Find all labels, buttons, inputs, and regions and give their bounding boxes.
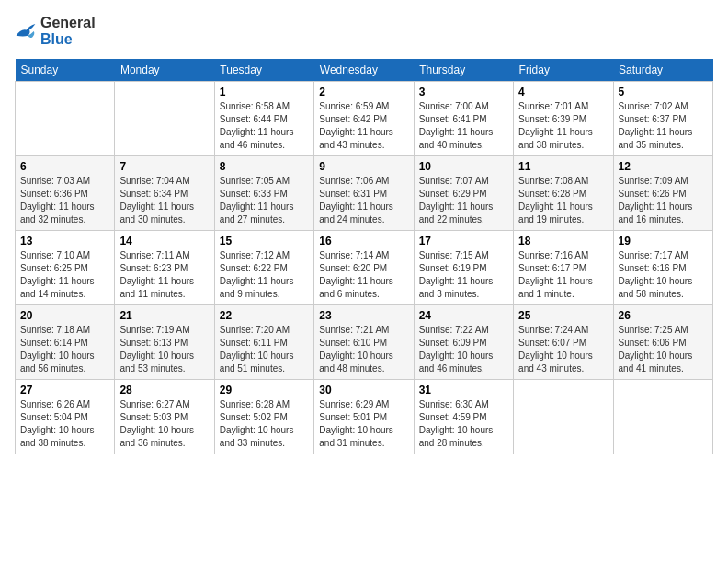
calendar-day-cell: 7Sunrise: 7:04 AMSunset: 6:34 PMDaylight… — [115, 156, 214, 231]
day-info: Sunrise: 7:24 AMSunset: 6:07 PMDaylight:… — [518, 324, 608, 375]
day-number: 2 — [319, 86, 408, 98]
calendar-day-cell: 16Sunrise: 7:14 AMSunset: 6:20 PMDayligh… — [314, 231, 414, 305]
calendar-day-cell: 27Sunrise: 6:26 AMSunset: 5:04 PMDayligh… — [16, 380, 115, 454]
day-number: 24 — [419, 309, 508, 322]
day-info: Sunrise: 7:21 AMSunset: 6:10 PMDaylight:… — [319, 324, 408, 375]
day-number: 14 — [119, 235, 209, 247]
day-info: Sunrise: 7:19 AMSunset: 6:13 PMDaylight:… — [119, 324, 209, 375]
calendar-body: 1Sunrise: 6:58 AMSunset: 6:44 PMDaylight… — [16, 82, 713, 454]
calendar-day-cell: 11Sunrise: 7:08 AMSunset: 6:28 PMDayligh… — [514, 156, 613, 231]
weekday-header-cell: Sunday — [16, 59, 115, 82]
day-number: 3 — [419, 86, 508, 98]
day-info: Sunrise: 7:18 AMSunset: 6:14 PMDaylight:… — [20, 324, 109, 375]
day-info: Sunrise: 7:20 AMSunset: 6:11 PMDaylight:… — [220, 324, 309, 375]
calendar-day-cell: 19Sunrise: 7:17 AMSunset: 6:16 PMDayligh… — [613, 231, 712, 305]
day-info: Sunrise: 7:11 AMSunset: 6:23 PMDaylight:… — [119, 249, 209, 301]
day-number: 5 — [619, 86, 708, 98]
day-info: Sunrise: 7:09 AMSunset: 6:26 PMDaylight:… — [619, 175, 708, 226]
day-info: Sunrise: 7:05 AMSunset: 6:33 PMDaylight:… — [220, 175, 309, 226]
calendar-day-cell: 10Sunrise: 7:07 AMSunset: 6:29 PMDayligh… — [414, 156, 513, 231]
calendar-day-cell: 6Sunrise: 7:03 AMSunset: 6:36 PMDaylight… — [16, 156, 115, 231]
logo-blue-text: Blue — [40, 31, 73, 47]
day-info: Sunrise: 7:01 AMSunset: 6:39 PMDaylight:… — [518, 100, 608, 152]
day-info: Sunrise: 7:15 AMSunset: 6:19 PMDaylight:… — [419, 249, 508, 301]
calendar-week-row: 20Sunrise: 7:18 AMSunset: 6:14 PMDayligh… — [16, 305, 713, 380]
calendar-day-cell: 4Sunrise: 7:01 AMSunset: 6:39 PMDaylight… — [514, 82, 613, 156]
calendar-week-row: 27Sunrise: 6:26 AMSunset: 5:04 PMDayligh… — [16, 380, 713, 454]
day-info: Sunrise: 7:22 AMSunset: 6:09 PMDaylight:… — [419, 324, 508, 375]
day-number: 18 — [518, 235, 608, 247]
weekday-header-cell: Tuesday — [214, 59, 313, 82]
day-info: Sunrise: 7:08 AMSunset: 6:28 PMDaylight:… — [518, 175, 608, 226]
calendar-day-cell: 31Sunrise: 6:30 AMSunset: 4:59 PMDayligh… — [414, 380, 513, 454]
calendar-day-cell: 26Sunrise: 7:25 AMSunset: 6:06 PMDayligh… — [613, 305, 712, 380]
calendar-day-cell — [514, 380, 613, 454]
calendar-week-row: 13Sunrise: 7:10 AMSunset: 6:25 PMDayligh… — [16, 231, 713, 305]
day-info: Sunrise: 7:12 AMSunset: 6:22 PMDaylight:… — [220, 249, 309, 301]
day-info: Sunrise: 7:10 AMSunset: 6:25 PMDaylight:… — [20, 249, 109, 301]
weekday-header-row: SundayMondayTuesdayWednesdayThursdayFrid… — [16, 59, 713, 82]
calendar-day-cell: 5Sunrise: 7:02 AMSunset: 6:37 PMDaylight… — [613, 82, 712, 156]
calendar-day-cell: 17Sunrise: 7:15 AMSunset: 6:19 PMDayligh… — [414, 231, 513, 305]
calendar-week-row: 6Sunrise: 7:03 AMSunset: 6:36 PMDaylight… — [16, 156, 713, 231]
calendar-table: SundayMondayTuesdayWednesdayThursdayFrid… — [15, 59, 713, 454]
calendar-day-cell: 23Sunrise: 7:21 AMSunset: 6:10 PMDayligh… — [314, 305, 414, 380]
day-info: Sunrise: 6:28 AMSunset: 5:02 PMDaylight:… — [220, 398, 309, 450]
calendar-day-cell — [613, 380, 712, 454]
weekday-header-cell: Thursday — [414, 59, 513, 82]
day-info: Sunrise: 7:16 AMSunset: 6:17 PMDaylight:… — [518, 249, 608, 301]
day-info: Sunrise: 7:06 AMSunset: 6:31 PMDaylight:… — [319, 175, 408, 226]
calendar-day-cell: 1Sunrise: 6:58 AMSunset: 6:44 PMDaylight… — [214, 82, 313, 156]
calendar-day-cell: 13Sunrise: 7:10 AMSunset: 6:25 PMDayligh… — [16, 231, 115, 305]
weekday-header-cell: Friday — [514, 59, 613, 82]
calendar-day-cell: 12Sunrise: 7:09 AMSunset: 6:26 PMDayligh… — [613, 156, 712, 231]
calendar-day-cell: 2Sunrise: 6:59 AMSunset: 6:42 PMDaylight… — [314, 82, 414, 156]
day-number: 1 — [220, 86, 309, 98]
logo: General Blue — [15, 15, 96, 48]
day-number: 9 — [319, 160, 408, 173]
day-number: 26 — [619, 309, 708, 322]
calendar-day-cell: 30Sunrise: 6:29 AMSunset: 5:01 PMDayligh… — [314, 380, 414, 454]
calendar-day-cell: 15Sunrise: 7:12 AMSunset: 6:22 PMDayligh… — [214, 231, 313, 305]
day-number: 7 — [119, 160, 209, 173]
calendar-day-cell: 24Sunrise: 7:22 AMSunset: 6:09 PMDayligh… — [414, 305, 513, 380]
weekday-header-cell: Saturday — [613, 59, 712, 82]
day-number: 13 — [20, 235, 109, 247]
calendar-day-cell: 18Sunrise: 7:16 AMSunset: 6:17 PMDayligh… — [514, 231, 613, 305]
day-info: Sunrise: 7:25 AMSunset: 6:06 PMDaylight:… — [619, 324, 708, 375]
weekday-header-cell: Monday — [115, 59, 214, 82]
day-number: 28 — [119, 384, 209, 396]
day-number: 12 — [619, 160, 708, 173]
day-info: Sunrise: 6:27 AMSunset: 5:03 PMDaylight:… — [119, 398, 209, 450]
calendar-day-cell — [16, 82, 115, 156]
calendar-day-cell: 3Sunrise: 7:00 AMSunset: 6:41 PMDaylight… — [414, 82, 513, 156]
day-info: Sunrise: 7:02 AMSunset: 6:37 PMDaylight:… — [619, 100, 708, 152]
day-number: 8 — [220, 160, 309, 173]
day-info: Sunrise: 7:14 AMSunset: 6:20 PMDaylight:… — [319, 249, 408, 301]
day-info: Sunrise: 7:07 AMSunset: 6:29 PMDaylight:… — [419, 175, 508, 226]
calendar-day-cell: 9Sunrise: 7:06 AMSunset: 6:31 PMDaylight… — [314, 156, 414, 231]
logo-bird-icon — [15, 22, 37, 40]
day-info: Sunrise: 7:17 AMSunset: 6:16 PMDaylight:… — [619, 249, 708, 301]
page-header: General Blue — [15, 15, 713, 48]
day-number: 22 — [220, 309, 309, 322]
day-number: 25 — [518, 309, 608, 322]
day-number: 29 — [220, 384, 309, 396]
day-number: 11 — [518, 160, 608, 173]
day-info: Sunrise: 7:04 AMSunset: 6:34 PMDaylight:… — [119, 175, 209, 226]
day-info: Sunrise: 6:59 AMSunset: 6:42 PMDaylight:… — [319, 100, 408, 152]
calendar-day-cell: 29Sunrise: 6:28 AMSunset: 5:02 PMDayligh… — [214, 380, 313, 454]
day-number: 27 — [20, 384, 109, 396]
day-number: 31 — [419, 384, 508, 396]
day-number: 17 — [419, 235, 508, 247]
day-number: 10 — [419, 160, 508, 173]
day-info: Sunrise: 6:58 AMSunset: 6:44 PMDaylight:… — [220, 100, 309, 152]
day-number: 23 — [319, 309, 408, 322]
day-number: 16 — [319, 235, 408, 247]
calendar-week-row: 1Sunrise: 6:58 AMSunset: 6:44 PMDaylight… — [16, 82, 713, 156]
calendar-day-cell: 14Sunrise: 7:11 AMSunset: 6:23 PMDayligh… — [115, 231, 214, 305]
day-number: 15 — [220, 235, 309, 247]
day-info: Sunrise: 6:26 AMSunset: 5:04 PMDaylight:… — [20, 398, 109, 450]
calendar-day-cell: 25Sunrise: 7:24 AMSunset: 6:07 PMDayligh… — [514, 305, 613, 380]
calendar-day-cell: 8Sunrise: 7:05 AMSunset: 6:33 PMDaylight… — [214, 156, 313, 231]
